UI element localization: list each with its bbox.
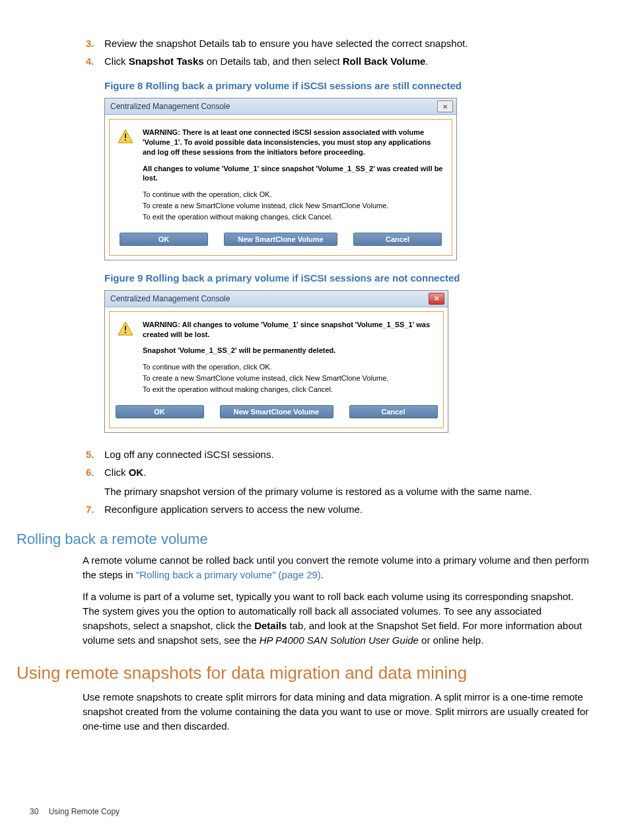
warning-icon <box>118 321 133 336</box>
step-number: 3. <box>83 36 104 50</box>
dialog-line: All changes to volume 'Volume_1' since s… <box>143 164 444 184</box>
dialog-title: Centralized Management Console <box>110 294 230 303</box>
ok-button[interactable]: OK <box>116 405 204 418</box>
svg-rect-2 <box>125 139 126 141</box>
step-sub-text: The primary snapshot version of the prim… <box>104 484 590 498</box>
dialog-line: To exit the operation without making cha… <box>143 212 444 222</box>
warning-icon <box>118 129 133 143</box>
dialog-fig9: Centralized Management Console ✕ WARNING… <box>104 290 448 433</box>
svg-rect-4 <box>125 326 126 330</box>
italic-text: HP P4000 SAN Solution User Guide <box>260 634 419 646</box>
ordered-steps-bottom: 5. Log off any connected iSCSI sessions.… <box>83 447 590 516</box>
heading-rolling-back-remote: Rolling back a remote volume <box>17 531 590 548</box>
dialog-line: To continue with the operation, click OK… <box>143 190 444 200</box>
step-number: 5. <box>83 447 104 461</box>
text: Click <box>104 56 129 67</box>
step-6: 6. Click OK. The primary snapshot versio… <box>83 465 590 498</box>
step-text: Click Snapshot Tasks on Details tab, and… <box>104 54 590 68</box>
step-text: Log off any connected iSCSI sessions. <box>104 447 590 461</box>
text: or online help. <box>419 634 483 646</box>
step-text: Reconfigure application servers to acces… <box>104 502 590 516</box>
step-4: 4. Click Snapshot Tasks on Details tab, … <box>83 54 590 68</box>
cancel-button[interactable]: Cancel <box>353 233 442 246</box>
step-7: 7. Reconfigure application servers to ac… <box>83 502 590 516</box>
dialog-text: WARNING: All changes to volume 'Volume_1… <box>143 320 435 396</box>
text: on Details tab, and then select <box>204 56 343 67</box>
ok-button[interactable]: OK <box>120 233 208 246</box>
bold-text: Snapshot Tasks <box>129 56 204 67</box>
new-smartclone-button[interactable]: New SmartClone Volume <box>224 233 337 246</box>
svg-rect-1 <box>125 134 126 138</box>
step-text: Click OK. The primary snapshot version o… <box>104 465 590 498</box>
dialog-text: WARNING: There is at least one connected… <box>143 128 444 223</box>
bold-text: Roll Back Volume <box>343 56 426 67</box>
step-text: Review the snapshot Details tab to ensur… <box>104 36 590 50</box>
warning-text: WARNING: All changes to volume 'Volume_1… <box>143 320 435 340</box>
step-5: 5. Log off any connected iSCSI sessions. <box>83 447 590 461</box>
bold-text: OK <box>129 467 144 478</box>
paragraph: Use remote snapshots to create split mir… <box>83 690 590 733</box>
dialog-line: To continue with the operation, click OK… <box>143 362 435 372</box>
warning-text: WARNING: There is at least one connected… <box>143 128 444 157</box>
dialog-fig8: Centralized Management Console ✕ WARNING… <box>104 98 457 260</box>
dialog-line: To exit the operation without making cha… <box>143 385 435 395</box>
svg-rect-5 <box>125 332 126 333</box>
step-number: 4. <box>83 54 104 68</box>
text: . <box>143 467 146 478</box>
figure-8-caption: Figure 8 Rolling back a primary volume i… <box>104 80 590 91</box>
bold-text: Details <box>254 620 287 631</box>
text: . <box>321 569 324 580</box>
text: Click <box>104 467 129 478</box>
dialog-title: Centralized Management Console <box>110 102 230 111</box>
dialog-line: To create a new SmartClone volume instea… <box>143 373 435 383</box>
text: . <box>425 56 428 67</box>
cancel-button[interactable]: Cancel <box>349 405 438 418</box>
new-smartclone-button[interactable]: New SmartClone Volume <box>220 405 333 418</box>
paragraph: If a volume is part of a volume set, typ… <box>83 590 590 647</box>
step-number: 7. <box>83 502 104 516</box>
dialog-titlebar: Centralized Management Console ✕ <box>105 98 456 115</box>
close-icon[interactable]: ✕ <box>437 100 453 112</box>
step-number: 6. <box>83 465 104 498</box>
paragraph: A remote volume cannot be rolled back un… <box>83 553 590 582</box>
dialog-titlebar: Centralized Management Console ✕ <box>105 291 448 307</box>
heading-using-remote-snapshots: Using remote snapshots for data migratio… <box>17 663 590 683</box>
dialog-line: To create a new SmartClone volume instea… <box>143 201 444 211</box>
page-footer: 30 Using Remote Copy <box>30 807 120 816</box>
page-number: 30 <box>30 807 38 816</box>
close-icon[interactable]: ✕ <box>429 293 444 305</box>
ordered-steps-top: 3. Review the snapshot Details tab to en… <box>83 36 590 68</box>
dialog-line: Snapshot 'Volume_1_SS_2' will be permane… <box>143 346 435 356</box>
footer-section: Using Remote Copy <box>49 807 120 816</box>
figure-9-caption: Figure 9 Rolling back a primary volume i… <box>104 272 590 284</box>
link-rolling-back-primary[interactable]: "Rolling back a primary volume" (page 29… <box>136 569 321 580</box>
step-3: 3. Review the snapshot Details tab to en… <box>83 36 590 50</box>
